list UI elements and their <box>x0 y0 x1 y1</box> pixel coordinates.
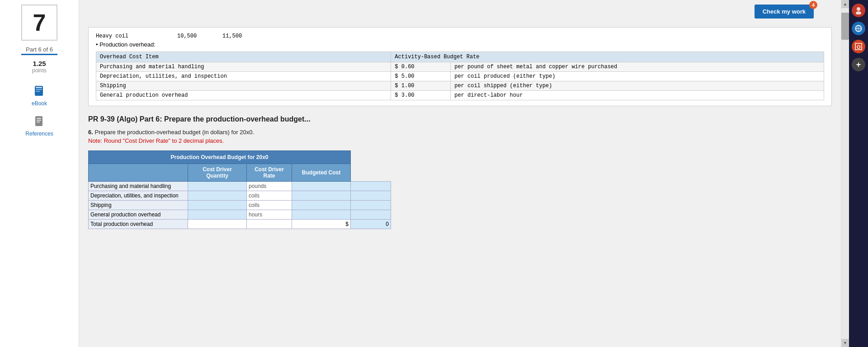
sidebar: 7 Part 6 of 6 1.25 points eBook Refer <box>0 0 79 347</box>
ebook-button[interactable]: eBook <box>31 83 47 107</box>
part-underline <box>21 54 57 55</box>
budget-row-3-cost-input[interactable] <box>351 210 391 219</box>
budget-row-3-rate-input[interactable] <box>292 210 350 219</box>
budget-row-2-label: Shipping <box>89 201 188 210</box>
content-column: Check my work 4 Heavy coil 10,500 11,500… <box>79 0 841 347</box>
budget-row-3-label: General production overhead <box>89 210 188 220</box>
scroll-down-button[interactable]: ▼ <box>841 339 849 347</box>
heavy-coil-label: Heavy coil <box>96 33 177 39</box>
budget-table-main-header: Production Overhead Budget for 20x0 <box>89 151 391 164</box>
office-icon[interactable]: O <box>852 40 865 53</box>
budget-table: Production Overhead Budget for 20x0 Cost… <box>88 150 391 229</box>
budget-total-dollar: $ <box>345 221 349 227</box>
col-header-cost: Budgeted Cost <box>292 164 351 182</box>
budget-row-0-cost-cell[interactable] <box>351 182 391 191</box>
heavy-coil-row: Heavy coil 10,500 11,500 <box>96 33 824 39</box>
budget-row-0-rate-input[interactable] <box>292 182 350 191</box>
note-text: Note: Round "Cost Driver Rate" to 2 deci… <box>88 137 832 144</box>
browser-icon[interactable] <box>852 22 865 35</box>
overhead-desc-1: per coil produced (either type) <box>451 72 824 81</box>
overhead-desc-0: per pound of sheet metal and copper wire… <box>451 62 824 72</box>
references-icon <box>31 113 47 129</box>
budget-row-0-quantity-cell[interactable] <box>188 182 247 191</box>
budget-row-2-rate-cell[interactable] <box>292 201 351 210</box>
points-label: points <box>32 67 47 74</box>
overhead-row-1: Depreciation, utilities, and inspection … <box>96 72 824 81</box>
budget-row-3-cost-cell[interactable] <box>351 210 391 220</box>
budget-table-container: Production Overhead Budget for 20x0 Cost… <box>88 150 391 229</box>
overhead-item-3: General production overhead <box>96 91 391 100</box>
budget-row-1-rate-cell[interactable] <box>292 191 351 201</box>
part-label: Part 6 <box>26 46 42 53</box>
budget-row-0-unit: pounds <box>247 182 292 191</box>
top-bar: Check my work 4 <box>755 5 814 19</box>
overhead-row-2: Shipping $ 1.00 per coil shipped (either… <box>96 81 824 91</box>
budget-row-2-quantity-input[interactable] <box>188 201 246 210</box>
check-my-work-button[interactable]: Check my work 4 <box>755 5 814 19</box>
budget-row-2-quantity-cell[interactable] <box>188 201 247 210</box>
heavy-coil-val2: 11,500 <box>222 33 268 39</box>
budget-row-2-cost-cell[interactable] <box>351 201 391 210</box>
col-header-label <box>89 164 188 182</box>
budget-row-1-cost-cell[interactable] <box>351 191 391 201</box>
svg-rect-7 <box>37 122 40 122</box>
reference-box: Heavy coil 10,500 11,500 • Production ov… <box>88 27 832 106</box>
budget-row-1-unit: coils <box>247 191 292 201</box>
budget-row-3-quantity-input[interactable] <box>188 210 246 219</box>
budget-total-cost-cell: $ <box>292 220 351 229</box>
svg-point-9 <box>856 11 861 14</box>
overhead-rate-3: $ 3.00 <box>391 91 451 100</box>
overhead-row-0: Purchasing and material handling $ 0.60 … <box>96 62 824 72</box>
budget-row-1-rate-input[interactable] <box>292 191 350 200</box>
budget-row-2-unit: coils <box>247 201 292 210</box>
part-total: of 6 <box>43 46 53 53</box>
scroll-track[interactable] <box>841 8 849 339</box>
budget-table-sub-header: Cost Driver Quantity Cost DriverRate Bud… <box>89 164 391 182</box>
question-body-text: Prepare the production-overhead budget (… <box>94 129 254 136</box>
svg-rect-5 <box>37 118 41 119</box>
budget-total-row: Total production overhead $ <box>89 220 391 229</box>
budget-row-1-quantity-input[interactable] <box>188 191 246 200</box>
svg-rect-3 <box>36 91 40 92</box>
references-label: References <box>25 131 53 137</box>
overhead-col-rate: Activity-Based Budget Rate <box>391 52 824 62</box>
budget-row-1-label: Depreciation, utilities, and inspection <box>89 191 188 201</box>
ebook-icon <box>31 83 47 99</box>
budget-row-2-rate-input[interactable] <box>292 201 350 210</box>
budget-row-0-rate-cell[interactable] <box>292 182 351 191</box>
overhead-col-item: Overhead Cost Item <box>96 52 391 62</box>
overhead-table: Overhead Cost Item Activity-Based Budget… <box>96 52 824 100</box>
budget-total-cost-input-cell[interactable] <box>351 220 391 229</box>
svg-rect-6 <box>37 120 41 121</box>
scroll-up-button[interactable]: ▲ <box>841 0 849 8</box>
avatar-icon[interactable] <box>852 4 865 17</box>
budget-row-0: Purchasing and material handling pounds <box>89 182 391 191</box>
budget-row-1-cost-input[interactable] <box>351 191 391 200</box>
references-button[interactable]: References <box>25 113 53 137</box>
main-area: Check my work 4 Heavy coil 10,500 11,500… <box>79 0 849 347</box>
question-number-box: 7 <box>21 5 57 41</box>
far-right-panel: O + <box>849 0 868 347</box>
budget-row-2-cost-input[interactable] <box>351 201 391 210</box>
svg-text:O: O <box>857 44 861 50</box>
scrollbar[interactable]: ▲ ▼ <box>841 0 849 347</box>
plus-icon[interactable]: + <box>852 58 865 71</box>
scroll-thumb[interactable] <box>841 13 849 40</box>
budget-row-3-unit: hours <box>247 210 292 220</box>
svg-rect-4 <box>35 116 42 126</box>
overhead-row-3: General production overhead $ 3.00 per d… <box>96 91 824 100</box>
budget-total-cost-input[interactable] <box>351 220 391 229</box>
budget-row-0-cost-input[interactable] <box>351 182 391 191</box>
budget-row-3-quantity-cell[interactable] <box>188 210 247 220</box>
heavy-coil-val1: 10,500 <box>177 33 222 39</box>
svg-point-8 <box>857 7 860 11</box>
points-value: 1.25 <box>33 60 46 67</box>
svg-rect-2 <box>36 89 42 90</box>
question-title: PR 9-39 (Algo) Part 6: Prepare the produ… <box>88 113 832 123</box>
budget-row-3-rate-cell[interactable] <box>292 210 351 220</box>
col-header-rate: Cost DriverRate <box>247 164 292 182</box>
overhead-item-2: Shipping <box>96 81 391 91</box>
overhead-rate-1: $ 5.00 <box>391 72 451 81</box>
budget-row-0-quantity-input[interactable] <box>188 182 246 191</box>
budget-row-1-quantity-cell[interactable] <box>188 191 247 201</box>
